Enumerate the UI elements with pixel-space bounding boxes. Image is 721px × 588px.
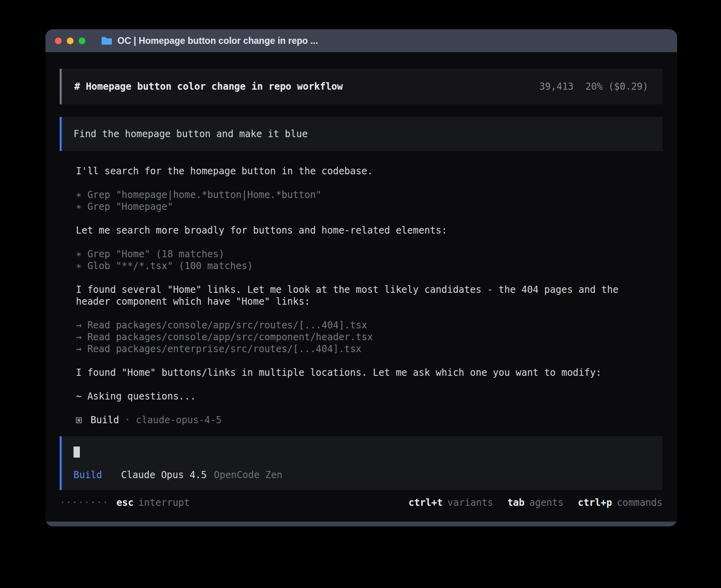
token-count: 39,413 xyxy=(539,81,574,92)
shortcut-label: agents xyxy=(529,497,564,508)
shortcut-label: variants xyxy=(447,497,493,508)
minimize-button[interactable] xyxy=(67,38,74,44)
zoom-button[interactable] xyxy=(79,38,85,44)
esc-key-hint: esc xyxy=(117,497,134,508)
shortcut-hint: ctrl+pcommands xyxy=(578,497,662,508)
transcript: I'll search for the homepage button in t… xyxy=(76,165,651,402)
context-usage: 20% ($0.29) xyxy=(585,81,648,92)
transcript-line: Let me search more broadly for buttons a… xyxy=(76,224,651,236)
terminal-window: OC | Homepage button color change in rep… xyxy=(45,29,677,526)
status-bar: ········ esc interrupt ctrl+tvariants ta… xyxy=(60,496,662,509)
shortcut-hint: tabagents xyxy=(508,497,564,508)
transcript-line: ∗ Grep "homepage|home.*button|Home.*butt… xyxy=(76,189,651,201)
shortcut-key: tab xyxy=(508,497,525,508)
transcript-line xyxy=(76,177,651,189)
shortcut-hint: ctrl+tvariants xyxy=(408,497,493,508)
transcript-line: → Read packages/console/app/src/routes/[… xyxy=(76,319,651,331)
transcript-line: I'll search for the homepage button in t… xyxy=(76,165,651,177)
input-model-label[interactable]: Claude Opus 4.5 xyxy=(121,469,207,481)
transcript-line xyxy=(76,307,651,319)
transcript-line: I found "Home" buttons/links in multiple… xyxy=(76,367,651,379)
prompt-input[interactable]: Build Claude Opus 4.5 OpenCode Zen xyxy=(60,436,662,490)
session-stats: 39,413 20% ($0.29) xyxy=(539,81,648,92)
transcript-line: ∗ Grep "Home" (18 matches) xyxy=(76,248,651,260)
transcript-line xyxy=(76,355,651,367)
window-titlebar[interactable]: OC | Homepage button color change in rep… xyxy=(45,29,677,52)
transcript-line: ~ Asking questions... xyxy=(76,390,651,402)
transcript-line xyxy=(76,272,651,284)
text-cursor xyxy=(74,447,80,458)
esc-key-label: interrupt xyxy=(138,497,190,508)
folder-icon xyxy=(101,36,112,45)
transcript-line: → Read packages/enterprise/src/routes/[.… xyxy=(76,343,651,355)
transcript-line: ∗ Grep "Homepage" xyxy=(76,201,651,213)
input-meta: Build Claude Opus 4.5 OpenCode Zen xyxy=(74,469,651,481)
transcript-line: ∗ Glob "**/*.tsx" (100 matches) xyxy=(76,260,651,272)
shortcut-key: ctrl+p xyxy=(578,497,612,508)
transcript-line xyxy=(76,236,651,248)
window-bottom-edge xyxy=(45,522,677,526)
user-message: Find the homepage button and make it blu… xyxy=(60,117,662,151)
shortcut-label: commands xyxy=(617,497,662,508)
session-title: # Homepage button color change in repo w… xyxy=(74,81,343,92)
input-provider-label: OpenCode Zen xyxy=(214,469,282,481)
agent-icon xyxy=(76,417,82,423)
close-button[interactable] xyxy=(55,38,62,44)
shortcut-hints: ctrl+tvariants tabagents ctrl+pcommands xyxy=(408,497,662,508)
transcript-line: I found several "Home" links. Let me loo… xyxy=(76,284,651,307)
input-agent-label[interactable]: Build xyxy=(74,469,102,481)
transcript-line xyxy=(76,379,651,390)
session-header: # Homepage button color change in repo w… xyxy=(60,69,662,104)
agent-name: Build xyxy=(91,415,119,426)
terminal-content: # Homepage button color change in repo w… xyxy=(45,52,677,522)
separator-dot: · xyxy=(125,415,130,426)
user-message-text: Find the homepage button and make it blu… xyxy=(74,128,308,139)
agent-model: claude-opus-4-5 xyxy=(136,415,222,426)
shortcut-key: ctrl+t xyxy=(408,497,443,508)
transcript-line xyxy=(76,213,651,224)
window-title: OC | Homepage button color change in rep… xyxy=(117,36,318,46)
transcript-line: → Read packages/console/app/src/componen… xyxy=(76,331,651,343)
agent-status-line: Build · claude-opus-4-5 xyxy=(76,414,662,426)
activity-dots: ········ xyxy=(60,497,109,508)
